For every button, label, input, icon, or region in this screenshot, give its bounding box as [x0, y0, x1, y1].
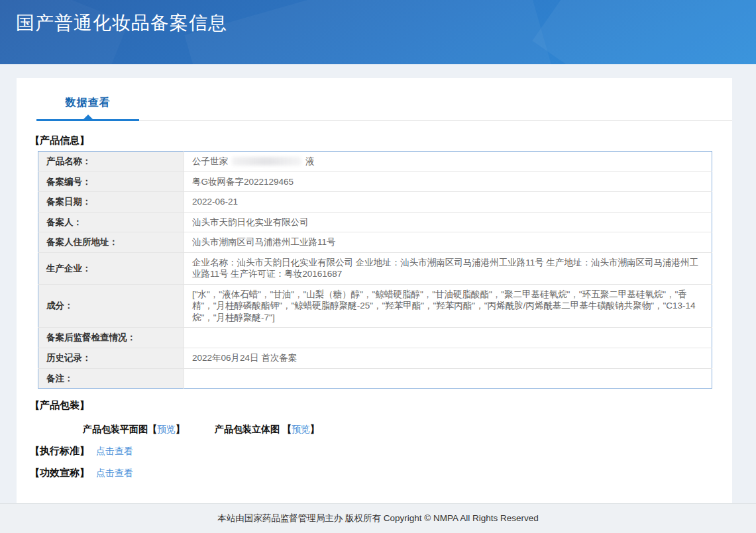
- standards-section: 【执行标准】点击查看: [30, 445, 712, 458]
- bracket-close: 】: [310, 424, 319, 434]
- redacted-text: [232, 157, 301, 166]
- main-card: 数据查看 【产品信息】 产品名称： 公子世家液 备案编号： 粤G妆网备字2022…: [17, 78, 732, 503]
- packaging-section-title: 【产品包装】: [30, 399, 712, 412]
- row-label: 备案编号：: [38, 171, 184, 192]
- packaging-item: 产品包装立体图 【预览】: [215, 424, 319, 436]
- efficacy-label: 【功效宣称】: [30, 467, 89, 478]
- row-value: 企业名称：汕头市天韵日化实业有限公司 企业地址：汕头市潮南区司马浦港州工业路11…: [184, 252, 712, 284]
- preview-link[interactable]: 预览: [292, 424, 310, 434]
- packaging-section: 【产品包装】 产品包装平面图【预览】 产品包装立体图 【预览】: [30, 399, 712, 436]
- bracket-open: 【: [148, 424, 157, 434]
- table-row: 备案日期： 2022-06-21: [38, 192, 712, 213]
- row-value: 公子世家液: [184, 152, 712, 172]
- row-value: ["水"，"液体石蜡"，"甘油"，"山梨（糖）醇"，"鲸蜡硬脂醇"，"甘油硬脂酸…: [184, 284, 712, 328]
- packaging-item: 产品包装平面图【预览】: [83, 424, 185, 436]
- page-header: 国产普通化妆品备案信息: [0, 0, 756, 64]
- row-value: [184, 328, 712, 348]
- table-row: 生产企业： 企业名称：汕头市天韵日化实业有限公司 企业地址：汕头市潮南区司马浦港…: [38, 252, 712, 284]
- row-value: 粤G妆网备字2022129465: [184, 171, 712, 192]
- row-value: 汕头市潮南区司马浦港州工业路11号: [184, 232, 712, 253]
- row-value: [184, 368, 712, 389]
- active-tab-indicator: [36, 119, 139, 121]
- row-label: 备案日期：: [38, 192, 184, 213]
- row-label: 产品名称：: [38, 152, 184, 172]
- content-area: 【产品信息】 产品名称： 公子世家液 备案编号： 粤G妆网备字202212946…: [17, 121, 732, 479]
- active-tab-arrow-icon: [83, 115, 93, 119]
- row-value: 2022-06-21: [184, 192, 712, 213]
- row-label: 生产企业：: [38, 252, 184, 284]
- table-row: 备案编号： 粤G妆网备字2022129465: [38, 171, 712, 192]
- header-decor-shape: [532, 0, 756, 64]
- preview-link[interactable]: 预览: [157, 424, 176, 434]
- page-title: 国产普通化妆品备案信息: [16, 11, 227, 36]
- table-row: 历史记录： 2022年06月24日 首次备案: [38, 348, 712, 369]
- table-row: 备案人： 汕头市天韵日化实业有限公司: [38, 212, 712, 232]
- table-row: 产品名称： 公子世家液: [38, 152, 712, 172]
- packaging-items: 产品包装平面图【预览】 产品包装立体图 【预览】: [30, 416, 712, 436]
- packaging-item-label: 产品包装立体图: [215, 424, 282, 434]
- row-label: 备案人：: [38, 212, 184, 232]
- row-label: 成分：: [38, 284, 184, 328]
- bracket-open: 【: [282, 424, 292, 434]
- tab-bar: 数据查看: [17, 78, 732, 120]
- efficacy-section: 【功效宣称】点击查看: [30, 467, 712, 479]
- table-row: 成分： ["水"，"液体石蜡"，"甘油"，"山梨（糖）醇"，"鲸蜡硬脂醇"，"甘…: [38, 284, 712, 328]
- packaging-item-label: 产品包装平面图: [83, 424, 148, 434]
- row-label: 备案后监督检查情况：: [38, 328, 184, 348]
- row-value: 汕头市天韵日化实业有限公司: [184, 212, 712, 232]
- header-decor-shape: [184, 0, 557, 64]
- standards-label: 【执行标准】: [30, 445, 89, 456]
- copyright-text: 本站由国家药品监督管理局主办 版权所有 Copyright © NMPA All…: [217, 513, 539, 523]
- tab-rule: [36, 120, 732, 121]
- page-footer: 本站由国家药品监督管理局主办 版权所有 Copyright © NMPA All…: [0, 503, 756, 533]
- row-value: 2022年06月24日 首次备案: [184, 348, 712, 369]
- row-label: 历史记录：: [38, 348, 184, 369]
- product-info-section-title: 【产品信息】: [30, 134, 712, 147]
- product-info-body: 产品名称： 公子世家液 备案编号： 粤G妆网备字2022129465 备案日期：…: [38, 152, 712, 389]
- efficacy-view-link[interactable]: 点击查看: [96, 467, 133, 478]
- bracket-close: 】: [176, 424, 185, 434]
- table-row: 备案后监督检查情况：: [38, 328, 712, 348]
- row-label: 备案人住所地址：: [38, 232, 184, 253]
- row-label: 备注：: [38, 368, 184, 389]
- standards-view-link[interactable]: 点击查看: [96, 446, 133, 456]
- table-row: 备注：: [38, 368, 712, 389]
- product-info-table: 产品名称： 公子世家液 备案编号： 粤G妆网备字2022129465 备案日期：…: [38, 151, 712, 389]
- table-row: 备案人住所地址： 汕头市潮南区司马浦港州工业路11号: [38, 232, 712, 253]
